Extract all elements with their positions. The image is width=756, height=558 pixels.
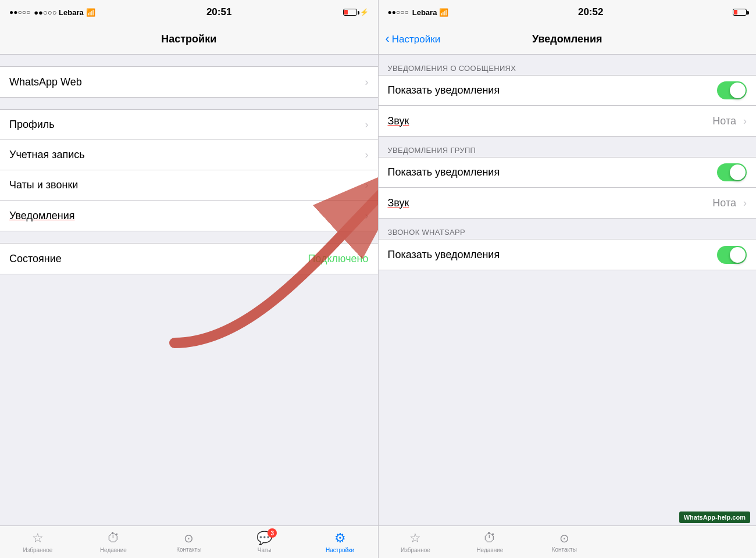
content-right: УВЕДОМЛЕНИЯ О СООБЩЕНИЯХ Показать уведом… <box>379 55 757 525</box>
watermark-logo: WhatsApp-help.com <box>679 512 750 523</box>
tab-contacts-left[interactable]: ⊙ Контакты <box>151 526 227 558</box>
tab-chats-left[interactable]: 💬 3 Чаты <box>227 526 302 558</box>
tab-favorites-right[interactable]: ☆ Избранное <box>379 526 453 558</box>
chevron-icon-whatsappweb: › <box>365 76 369 88</box>
toggle-show-notif-msg[interactable] <box>717 81 747 99</box>
sep-3-right <box>379 219 757 223</box>
signal-icon-left: ●●○○○ <box>9 8 30 16</box>
settings-item-whatsappweb[interactable]: WhatsApp Web › <box>0 67 378 97</box>
favorites-icon-right: ☆ <box>409 531 421 546</box>
contacts-icon-right: ⊙ <box>559 531 569 545</box>
settings-item-show-notif-grp[interactable]: Показать уведомления <box>379 158 757 188</box>
tab-contacts-right[interactable]: ⊙ Контакты <box>527 526 601 558</box>
show-notif-call-label: Показать уведомления <box>388 249 500 261</box>
section-header-calls: ЗВОНОК WHATSAPP <box>379 223 757 239</box>
carrier-name-left: ●●○○○ Lebara <box>34 8 84 17</box>
chevron-icon-profile: › <box>365 119 369 131</box>
sound-grp-right: Нота › <box>712 197 747 209</box>
sep-2-right <box>379 137 757 141</box>
back-arrow-icon: ‹ <box>386 33 390 45</box>
show-notif-grp-label: Показать уведомления <box>388 166 500 178</box>
battery-area-right <box>733 9 747 16</box>
profile-label: Профиль <box>9 119 55 131</box>
back-label: Настройки <box>392 34 440 45</box>
right-panel: ●●○○○ Lebara 📶 20:52 ‹ Настройки Уведомл… <box>379 0 757 558</box>
tab-recent-left[interactable]: ⏱ Недавние <box>76 526 151 558</box>
separator-3-left <box>0 231 378 243</box>
status-label: Состояние <box>9 253 62 265</box>
whatsappweb-right: › <box>365 76 369 88</box>
settings-icon-left: ⚙ <box>334 531 346 546</box>
status-bar-right: ●●○○○ Lebara 📶 20:52 <box>379 0 757 24</box>
separator-top-left <box>0 55 378 66</box>
settings-item-show-notif-msg[interactable]: Показать уведомления <box>379 76 757 106</box>
chats-badge-left: 3 <box>268 528 277 538</box>
toggle-show-notif-grp[interactable] <box>717 163 747 181</box>
battery-area-left: ⚡ <box>343 8 369 16</box>
settings-item-notifications[interactable]: Уведомления › <box>0 201 378 231</box>
chevron-icon-notifications: › <box>365 210 369 222</box>
contacts-label-left: Контакты <box>176 546 201 553</box>
settings-item-sound-msg[interactable]: Звук Нота › <box>379 106 757 136</box>
chats-label: Чаты и звонки <box>9 179 78 191</box>
notifications-label: Уведомления <box>9 210 75 222</box>
sound-msg-label: Звук <box>388 115 409 127</box>
section-header-groups: УВЕДОМЛЕНИЯ ГРУПП <box>379 141 757 157</box>
battery-icon-left <box>343 9 357 16</box>
nav-back-button[interactable]: ‹ Настройки <box>386 34 441 45</box>
chats-icon-left: 💬 3 <box>256 531 272 546</box>
recent-label-right: Недавние <box>476 547 503 553</box>
recent-icon-right: ⏱ <box>483 531 496 546</box>
wifi-icon-right: 📶 <box>439 8 448 17</box>
settings-item-account[interactable]: Учетная запись › <box>0 140 378 170</box>
settings-group-calls: Показать уведомления <box>379 239 757 270</box>
settings-item-chats[interactable]: Чаты и звонки › <box>0 170 378 201</box>
toggle-show-notif-call[interactable] <box>717 246 747 264</box>
favorites-label-left: Избранное <box>23 547 53 553</box>
signal-icon-right: ●●○○○ <box>388 8 409 16</box>
separator-2-left <box>0 98 378 109</box>
time-left: 20:51 <box>206 6 231 18</box>
settings-group-groups: Показать уведомления Звук Нота › <box>379 157 757 219</box>
chevron-sound-msg: › <box>743 115 747 127</box>
settings-item-status[interactable]: Состояние Подключено <box>0 244 378 274</box>
tab-bar-left: ☆ Избранное ⏱ Недавние ⊙ Контакты 💬 3 Ча… <box>0 525 378 558</box>
left-panel: ●●○○○ ●●○○○ Lebara 📶 20:51 ⚡ Настройки W… <box>0 0 378 558</box>
settings-item-show-notif-call[interactable]: Показать уведомления <box>379 239 757 270</box>
sound-grp-label: Звук <box>388 197 409 209</box>
settings-item-sound-grp[interactable]: Звук Нота › <box>379 188 757 218</box>
contacts-icon-left: ⊙ <box>184 531 194 545</box>
recent-icon-left: ⏱ <box>107 531 120 546</box>
tab-bar-right: ☆ Избранное ⏱ Недавние ⊙ Контакты WhatsA… <box>379 525 757 558</box>
settings-item-profile[interactable]: Профиль › <box>0 110 378 140</box>
wifi-icon-left: 📶 <box>86 8 95 17</box>
status-right: Подключено <box>308 253 368 265</box>
sep-1-right <box>379 55 757 59</box>
tab-favorites-left[interactable]: ☆ Избранное <box>0 526 76 558</box>
settings-group-main: Профиль › Учетная запись › Чаты и звонки… <box>0 109 378 231</box>
tab-recent-right[interactable]: ⏱ Недавние <box>452 526 527 558</box>
carrier-name-right: Lebara <box>412 8 437 17</box>
recent-label-left: Недавние <box>100 547 127 553</box>
chevron-icon-chats: › <box>365 179 369 191</box>
settings-group-messages: Показать уведомления Звук Нота › <box>379 75 757 137</box>
show-notif-msg-label: Показать уведомления <box>388 84 500 96</box>
settings-label-left: Настройки <box>326 547 354 553</box>
settings-group-whatsappweb: WhatsApp Web › <box>0 66 378 98</box>
nav-bar-left: Настройки <box>0 24 378 55</box>
sound-msg-value: Нота <box>712 115 736 127</box>
sound-grp-value: Нота <box>712 197 736 209</box>
carrier-wifi-left: ●●○○○ ●●○○○ Lebara 📶 <box>9 8 95 17</box>
battery-icon-right <box>733 9 747 16</box>
chats-label-left: Чаты <box>258 547 272 553</box>
charging-icon-left: ⚡ <box>360 8 369 16</box>
settings-group-status: Состояние Подключено <box>0 243 378 274</box>
section-header-messages: УВЕДОМЛЕНИЯ О СООБЩЕНИЯХ <box>379 59 757 75</box>
status-bar-left: ●●○○○ ●●○○○ Lebara 📶 20:51 ⚡ <box>0 0 378 24</box>
sound-msg-right: Нота › <box>712 115 747 127</box>
carrier-wifi-right: ●●○○○ Lebara 📶 <box>388 8 449 17</box>
account-label: Учетная запись <box>9 149 85 161</box>
status-value: Подключено <box>308 253 368 265</box>
favorites-icon-left: ☆ <box>32 531 44 546</box>
tab-settings-left[interactable]: ⚙ Настройки <box>302 526 378 558</box>
